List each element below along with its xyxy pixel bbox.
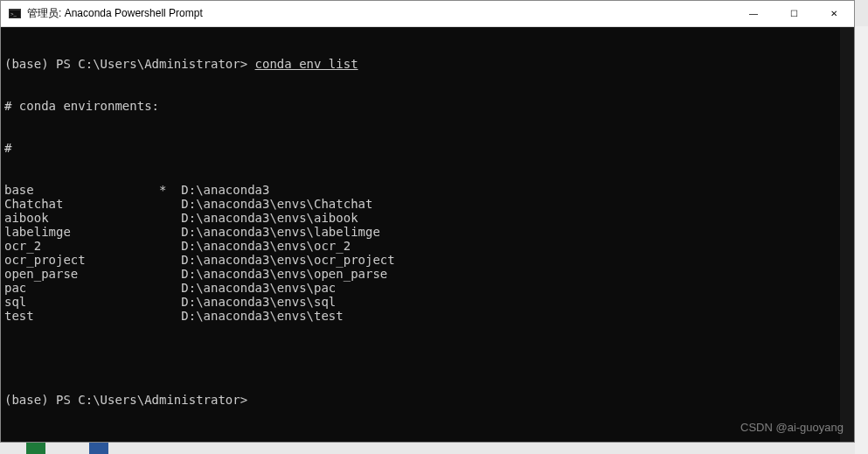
output-header-2: # (4, 141, 851, 155)
terminal-body[interactable]: (base) PS C:\Users\Administrator> conda … (1, 27, 854, 442)
environment-list: base * D:\anaconda3Chatchat D:\anaconda3… (4, 183, 851, 323)
taskbar-fragment (26, 443, 108, 454)
blank-line (4, 351, 851, 365)
taskbar-item-word[interactable] (89, 443, 108, 454)
environment-row: labelimge D:\anaconda3\envs\labelimge (4, 225, 851, 239)
watermark-text: CSDN @ai-guoyang (740, 421, 844, 435)
minimize-icon: — (749, 9, 758, 18)
minimize-button[interactable]: — (733, 1, 774, 26)
output-header-1: # conda environments: (4, 99, 851, 113)
terminal-window: >_ 管理员: Anaconda Powershell Prompt — ☐ ✕… (0, 0, 855, 443)
environment-row: pac D:\anaconda3\envs\pac (4, 281, 851, 295)
close-button[interactable]: ✕ (814, 1, 854, 26)
window-title: 管理员: Anaconda Powershell Prompt (27, 6, 733, 21)
environment-row: open_parse D:\anaconda3\envs\open_parse (4, 267, 851, 281)
taskbar-item-excel[interactable] (26, 443, 45, 454)
close-icon: ✕ (830, 9, 837, 18)
app-icon: >_ (8, 7, 22, 21)
environment-row: sql D:\anaconda3\envs\sql (4, 295, 851, 309)
maximize-icon: ☐ (790, 9, 798, 18)
command-text: conda env list (255, 57, 358, 71)
environment-row: test D:\anaconda3\envs\test (4, 309, 851, 323)
environment-row: Chatchat D:\anaconda3\envs\Chatchat (4, 197, 851, 211)
titlebar[interactable]: >_ 管理员: Anaconda Powershell Prompt — ☐ ✕ (1, 1, 854, 27)
environment-row: ocr_project D:\anaconda3\envs\ocr_projec… (4, 253, 851, 267)
environment-row: aibook D:\anaconda3\envs\aibook (4, 211, 851, 225)
window-controls: — ☐ ✕ (733, 1, 854, 26)
background-strip (855, 26, 868, 454)
prompt-line-2: (base) PS C:\Users\Administrator> (4, 393, 851, 407)
environment-row: ocr_2 D:\anaconda3\envs\ocr_2 (4, 239, 851, 253)
prompt-line-1: (base) PS C:\Users\Administrator> conda … (4, 57, 851, 71)
terminal-scrollbar[interactable] (840, 27, 854, 442)
svg-text:>_: >_ (10, 11, 17, 17)
prompt-prefix: (base) PS C:\Users\Administrator> (4, 57, 255, 71)
prompt-text: (base) PS C:\Users\Administrator> (4, 393, 247, 407)
maximize-button[interactable]: ☐ (774, 1, 814, 26)
environment-row: base * D:\anaconda3 (4, 183, 851, 197)
